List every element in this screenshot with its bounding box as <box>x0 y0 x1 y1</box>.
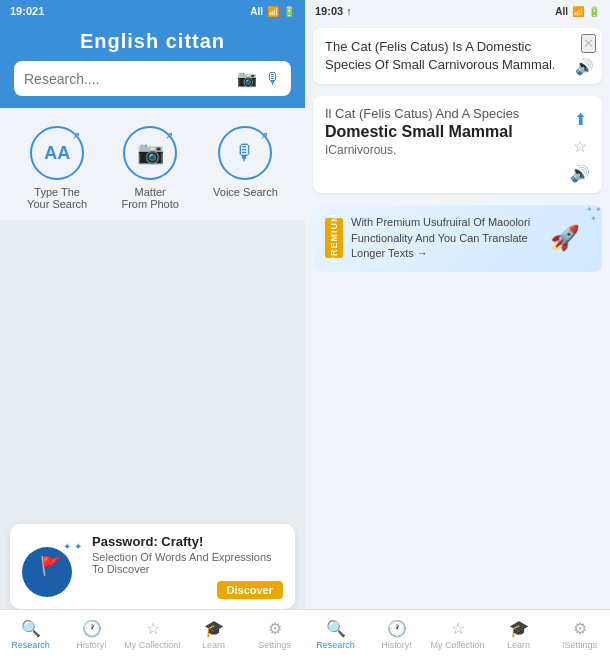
nav-collection[interactable]: ☆ My Collection! <box>122 610 183 659</box>
right-status-bar: 19:03 ↑ All 📶 🔋 <box>305 0 610 22</box>
nav-learn[interactable]: 🎓 Learn <box>183 610 244 659</box>
left-signal: All <box>250 6 263 17</box>
result-card-2-subtitle: Il Cat (Felis Catus) And A Species <box>325 106 562 121</box>
right-collection-icon: ☆ <box>451 619 465 638</box>
right-nav-learn[interactable]: 🎓 Learn <box>488 610 549 659</box>
wod-flag-icon: 🚩 <box>40 555 62 577</box>
aa-icon: AA <box>44 143 70 164</box>
arrow-icon3: ↗ <box>260 130 268 141</box>
right-settings-icon: ⚙ <box>573 619 587 638</box>
left-status-icons: All 📶 🔋 <box>250 6 295 17</box>
left-wifi-icon: 📶 <box>267 6 279 17</box>
settings-nav-icon: ⚙ <box>268 619 282 638</box>
left-header: English cittan 📷 🎙 <box>0 22 305 108</box>
collection-nav-icon: ☆ <box>146 619 160 638</box>
history-nav-label: History! <box>76 640 107 650</box>
left-panel: 19:021 All 📶 🔋 English cittan 📷 🎙 AA ↗ T… <box>0 0 305 659</box>
right-signal: All <box>555 6 568 17</box>
learn-nav-label: Learn <box>202 640 225 650</box>
left-status-bar: 19:021 All 📶 🔋 <box>0 0 305 22</box>
right-bottom-nav: 🔍 Research 🕐 History! ☆ My Collection 🎓 … <box>305 609 610 659</box>
right-collection-label: My Collection <box>430 640 484 650</box>
sound-icon-2[interactable]: 🔊 <box>570 164 590 183</box>
right-wifi-icon: 📶 <box>572 6 584 17</box>
result-card-1: The Cat (Felis Catus) Is A Domestic Spec… <box>313 28 602 84</box>
right-learn-icon: 🎓 <box>509 619 529 638</box>
wod-stars: ✦ ✦ <box>63 541 82 552</box>
right-nav-history[interactable]: 🕐 History! <box>366 610 427 659</box>
voice-option-label: Voice Search <box>213 186 278 198</box>
right-panel: 19:03 ↑ All 📶 🔋 The Cat (Felis Catus) Is… <box>305 0 610 659</box>
history-nav-icon: 🕐 <box>82 619 102 638</box>
nav-history[interactable]: 🕐 History! <box>61 610 122 659</box>
location-icon: ↑ <box>346 5 352 17</box>
wod-illustration: 🚩 ✦ ✦ <box>22 537 82 597</box>
right-learn-label: Learn <box>507 640 530 650</box>
right-research-icon: 🔍 <box>326 619 346 638</box>
close-result-button[interactable]: ✕ <box>581 34 596 53</box>
photo-search-option[interactable]: 📷 ↗ MatterFrom Photo <box>121 126 178 210</box>
search-options: AA ↗ Type TheYour Search 📷 ↗ MatterFrom … <box>0 108 305 220</box>
sound-icon-1: 🔊 <box>575 58 594 75</box>
result-card-1-text: The Cat (Felis Catus) Is A Domestic Spec… <box>325 38 590 74</box>
right-nav-research[interactable]: 🔍 Research <box>305 610 366 659</box>
right-time: 19:03 ↑ <box>315 5 352 17</box>
arrow-icon2: ↗ <box>165 130 173 141</box>
voice-option-icon: 🎙 ↗ <box>218 126 272 180</box>
nav-research[interactable]: 🔍 Research <box>0 610 61 659</box>
dots-decoration: ✦ ✦✦ <box>586 205 602 223</box>
premium-badge: PREMIUM <box>325 218 343 258</box>
search-input[interactable] <box>24 71 231 87</box>
type-search-label: Type TheYour Search <box>27 186 87 210</box>
camera-search-button[interactable]: 📷 <box>237 69 257 88</box>
search-icons: 📷 🎙 <box>237 69 281 88</box>
result-card-2-content: Il Cat (Felis Catus) And A Species Domes… <box>325 106 562 183</box>
result-card-2: Il Cat (Felis Catus) And A Species Domes… <box>313 96 602 193</box>
collection-nav-label: My Collection! <box>124 640 181 650</box>
voice-search-button[interactable]: 🎙 <box>265 70 281 88</box>
type-search-icon: AA ↗ <box>30 126 84 180</box>
star-icon[interactable]: ☆ <box>573 137 587 156</box>
premium-visual: 🚀 ✦ ✦✦ <box>540 224 590 252</box>
voice-option[interactable]: 🎙 ↗ Voice Search <box>213 126 278 210</box>
right-settings-label: ISettings <box>562 640 597 650</box>
settings-nav-label: Settings <box>258 640 291 650</box>
nav-settings[interactable]: ⚙ Settings <box>244 610 305 659</box>
research-nav-label: Research <box>11 640 50 650</box>
mic-icon: 🎙 <box>234 140 256 166</box>
left-bottom-nav: 🔍 Research 🕐 History! ☆ My Collection! 🎓… <box>0 609 305 659</box>
right-history-icon: 🕐 <box>387 619 407 638</box>
type-search-option[interactable]: AA ↗ Type TheYour Search <box>27 126 87 210</box>
right-status-icons: All 📶 🔋 <box>555 6 600 17</box>
wod-text-content: Password: Crafty! Selection Of Words And… <box>92 534 283 599</box>
wod-description: Selection Of Words And Expressions To Di… <box>92 551 283 575</box>
rocket-icon: 🚀 <box>550 224 580 251</box>
sound-btn-1[interactable]: 🔊 <box>575 58 594 76</box>
right-battery-icon: 🔋 <box>588 6 600 17</box>
result-card-2-title: Domestic Small Mammal <box>325 123 562 141</box>
camera-icon: 📷 <box>137 140 164 166</box>
search-bar: 📷 🎙 <box>14 61 291 96</box>
right-nav-collection[interactable]: ☆ My Collection <box>427 610 488 659</box>
result-card-2-sub: ICarnivorous. <box>325 143 562 157</box>
app-title: English cittan <box>14 30 291 53</box>
photo-search-label: MatterFrom Photo <box>121 186 178 210</box>
share-icon[interactable]: ⬆ <box>574 110 587 129</box>
wod-title: Password: Crafty! <box>92 534 283 549</box>
word-of-day-card: 🚩 ✦ ✦ Password: Crafty! Selection Of Wor… <box>10 524 295 609</box>
right-research-label: Research <box>316 640 355 650</box>
left-battery-icon: 🔋 <box>283 6 295 17</box>
photo-search-icon: 📷 ↗ <box>123 126 177 180</box>
discover-button[interactable]: Discover <box>217 581 283 599</box>
arrow-icon: ↗ <box>72 130 80 141</box>
research-nav-icon: 🔍 <box>21 619 41 638</box>
result-card-2-actions: ⬆ ☆ 🔊 <box>570 106 590 183</box>
right-nav-settings[interactable]: ⚙ ISettings <box>549 610 610 659</box>
learn-nav-icon: 🎓 <box>204 619 224 638</box>
left-time: 19:021 <box>10 5 44 17</box>
premium-card[interactable]: PREMIUM With Premium Usufruiral Of Maool… <box>313 205 602 271</box>
right-history-label: History! <box>381 640 412 650</box>
premium-text: With Premium Usufruiral Of Maoolori Func… <box>351 215 532 261</box>
